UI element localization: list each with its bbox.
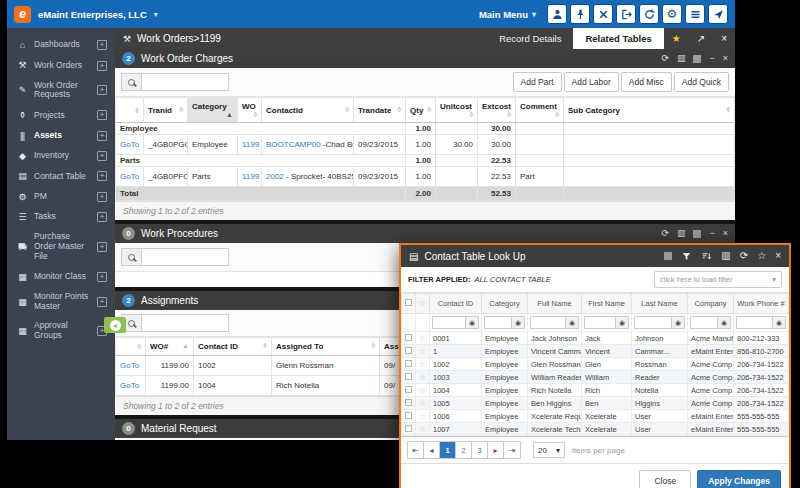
expand-plus-icon[interactable]: + [97,110,107,120]
sidebar-item-contact-table[interactable]: ▤ Contact Table + [7,166,115,186]
column-header[interactable]: Full Name [528,294,582,314]
expand-plus-icon[interactable]: + [97,131,107,141]
sidebar-item-approval-groups[interactable]: ▦ Approval Groups + [7,316,115,346]
expand-plus-icon[interactable]: + [97,151,107,161]
refresh-button[interactable] [639,4,659,24]
expand-plus-icon[interactable]: + [97,242,107,252]
sidebar-collapse-button[interactable]: ◂ [104,317,126,333]
close-icon[interactable]: × [775,251,781,261]
expand-plus-icon[interactable]: + [97,212,107,222]
pager-button-first[interactable]: ⇤ [408,442,424,458]
goto-link[interactable]: GoTo [120,361,139,370]
column-header[interactable]: Company [688,294,734,314]
filter-target-icon[interactable]: ◉ [566,316,579,329]
filter-target-icon[interactable]: ◉ [512,316,525,329]
filter-target-icon[interactable]: ◉ [718,316,731,329]
column-filter-input[interactable] [736,316,773,329]
column-filter-input[interactable] [584,316,616,329]
pin-button[interactable] [570,4,590,24]
contact-row[interactable]: ☆ 1003EmployeeWilliam Reader WilliamRead… [402,371,789,384]
filter-icon[interactable] [681,251,692,262]
action-button-add-labor[interactable]: Add Labor [564,72,619,92]
contact-link[interactable]: BOOTCAMP00 [266,140,321,149]
column-header[interactable]: Comment◊ [516,98,564,123]
column-header[interactable]: Category▲ [188,98,238,123]
expand-plus-icon[interactable]: + [97,297,107,307]
main-menu[interactable]: Main Menu▾ [479,9,536,20]
column-header[interactable]: Extcost◊ [478,98,516,123]
search-input[interactable] [141,73,229,91]
pager-button-page-1[interactable]: 1 [440,442,456,458]
star-column-header[interactable]: ☆ [416,294,430,314]
search-input[interactable] [141,248,229,266]
menu-button[interactable] [685,4,705,24]
column-header[interactable]: Contact ID [430,294,482,314]
expand-plus-icon[interactable]: + [97,61,107,71]
expand-icon[interactable]: ↗ [689,28,713,49]
pager-button-page-2[interactable]: 2 [456,442,472,458]
sidebar-item-monitor-class[interactable]: ▦ Monitor Class + [7,267,115,287]
apply-changes-button[interactable]: Apply Changes [697,470,781,488]
row-star-icon[interactable]: ☆ [419,373,426,382]
column-filter-input[interactable] [432,316,466,329]
row-checkbox[interactable] [405,347,412,354]
row-star-icon[interactable]: ☆ [419,334,426,343]
column-header[interactable]: Work Phone # [734,294,789,314]
expand-plus-icon[interactable]: + [97,85,107,95]
filter-target-icon[interactable]: ◉ [466,316,479,329]
row-star-icon[interactable]: ☆ [419,425,426,434]
row-star-icon[interactable]: ☆ [419,386,426,395]
select-all-checkbox[interactable] [402,294,416,314]
close-icon[interactable]: × [723,54,728,63]
sidebar-item-work-orders[interactable]: ⚒ Work Orders + [7,55,115,75]
column-header[interactable]: WO#▲ [146,338,194,356]
sidebar-item-assets[interactable]: ||| Assets + [7,126,115,146]
column-header[interactable]: ◊ [116,98,144,123]
pager-button-prev[interactable]: ◂ [424,442,440,458]
close-button[interactable] [593,4,613,24]
tab-related-tables[interactable]: Related Tables [573,28,663,49]
contact-row[interactable]: ☆ 1005EmployeeBen Higgins BenHigginsAcme… [402,397,789,410]
close-button[interactable]: Close [639,470,691,488]
row-checkbox[interactable] [405,399,412,406]
contact-row[interactable]: ☆ 1004EmployeeRich Notella RichNotellaAc… [402,384,789,397]
expand-plus-icon[interactable]: + [97,192,107,202]
column-header[interactable]: Qty◊ [406,98,436,123]
column-header[interactable]: Category [482,294,528,314]
filter-target-icon[interactable]: ◉ [672,316,685,329]
refresh-icon[interactable]: ⟳ [740,251,748,261]
columns-icon[interactable]: ▥ [677,54,686,63]
sign-out-button[interactable] [616,4,636,24]
contact-row[interactable]: ☆ 1002EmployeeGlen Rossman GlenRossmanAc… [402,358,789,371]
contact-row[interactable]: ☆ 0001EmployeeJack Johnson JackJohnsonAc… [402,332,789,345]
expand-plus-icon[interactable]: + [97,171,107,181]
filter-target-icon[interactable]: ◉ [616,316,629,329]
action-button-add-misc[interactable]: Add Misc [621,72,672,92]
expand-plus-icon[interactable]: + [97,272,107,282]
row-checkbox[interactable] [405,360,412,367]
sidebar-item-tasks[interactable]: ☰ Tasks + [7,207,115,227]
load-filter-select[interactable]: click here to load filter ▾ [654,271,782,288]
pager-button-next[interactable]: ▸ [488,442,504,458]
contact-row[interactable]: ☆ 1006EmployeeXcelerate Reques... Xceler… [402,410,789,423]
column-header[interactable]: Tranid◊ [144,98,188,123]
columns-icon[interactable]: ▥ [677,229,686,238]
part-link[interactable]: 2002 [266,172,284,181]
action-button-add-quick[interactable]: Add Quick [674,72,729,92]
contact-row[interactable]: ☆ 1007EmployeeXcelerate Technic Xcelerat… [402,423,789,436]
filter-target-icon[interactable]: ◉ [773,316,786,329]
column-header[interactable]: WO◊ [238,98,262,123]
user-button[interactable] [547,4,567,24]
tab-record-details[interactable]: Record Details [487,28,573,49]
contact-row[interactable]: ☆ 1EmployeeVincent Cammar... VincentCamm… [402,345,789,358]
sidebar-item-monitor-points-master[interactable]: ▦ Monitor Points Master + [7,287,115,317]
close-icon[interactable]: × [713,28,735,49]
column-header[interactable]: ◊ [116,338,146,356]
column-filter-input[interactable] [690,316,718,329]
page-size-select[interactable]: 20 ▾ [533,442,565,458]
column-header[interactable]: Contactid◊ [262,98,354,123]
sidebar-item-inventory[interactable]: ◆ Inventory + [7,146,115,166]
column-filter-input[interactable] [484,316,512,329]
column-header[interactable]: Contact ID◊ [194,338,272,356]
row-star-icon[interactable]: ☆ [419,347,426,356]
